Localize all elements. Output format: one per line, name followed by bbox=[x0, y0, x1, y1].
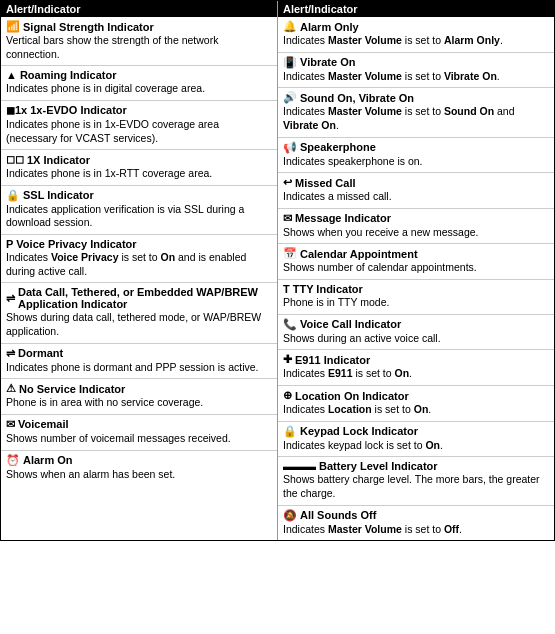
indicator-icon: 📳 bbox=[283, 56, 297, 69]
indicator-icon: 🔕 bbox=[283, 509, 297, 522]
indicator-desc: Shows number of voicemail messages recei… bbox=[6, 432, 272, 446]
indicator-title-text: Location On Indicator bbox=[295, 390, 409, 402]
indicator-title: ✚E911 Indicator bbox=[283, 353, 549, 366]
indicator-desc: Indicates application verification is vi… bbox=[6, 203, 272, 230]
list-item: PVoice Privacy IndicatorIndicates Voice … bbox=[1, 235, 277, 283]
indicator-desc: Indicates keypad lock is set to On. bbox=[283, 439, 549, 453]
indicator-title-text: Calendar Appointment bbox=[300, 248, 418, 260]
indicator-title: ✉Voicemail bbox=[6, 418, 272, 431]
indicator-title: 🔒Keypad Lock Indicator bbox=[283, 425, 549, 438]
indicator-title: ▲Roaming Indicator bbox=[6, 69, 272, 81]
indicator-icon: P bbox=[6, 238, 13, 250]
indicator-title: 📢Speakerphone bbox=[283, 141, 549, 154]
column-header-0: Alert/Indicator bbox=[1, 1, 277, 17]
indicator-icon: 🔒 bbox=[6, 189, 20, 202]
indicator-title-text: Speakerphone bbox=[300, 141, 376, 153]
indicator-icon: ⇌ bbox=[6, 292, 15, 305]
indicator-title: ◼1x1x-EVDO Indicator bbox=[6, 104, 272, 117]
list-item: TTTY IndicatorPhone is in TTY mode. bbox=[278, 280, 554, 315]
indicator-title-text: All Sounds Off bbox=[300, 509, 376, 521]
list-item: ⏰Alarm OnShows when an alarm has been se… bbox=[1, 451, 277, 486]
indicator-title-text: Data Call, Tethered, or Embedded WAP/BRE… bbox=[18, 286, 272, 310]
list-item: ⇌Data Call, Tethered, or Embedded WAP/BR… bbox=[1, 283, 277, 343]
list-item: ▲Roaming IndicatorIndicates phone is in … bbox=[1, 66, 277, 101]
main-container: Alert/Indicator📶Signal Strength Indicato… bbox=[0, 0, 555, 541]
indicator-title: 📞Voice Call Indicator bbox=[283, 318, 549, 331]
indicator-title-text: Vibrate On bbox=[300, 56, 355, 68]
indicator-title: ⚠No Service Indicator bbox=[6, 382, 272, 395]
indicator-desc: Indicates Master Volume is set to Alarm … bbox=[283, 34, 549, 48]
indicator-icon: 📅 bbox=[283, 247, 297, 260]
list-item: ⚠No Service IndicatorPhone is in area wi… bbox=[1, 379, 277, 415]
list-item: ◻◻1X IndicatorIndicates phone is in 1x-R… bbox=[1, 150, 277, 186]
column-header-1: Alert/Indicator bbox=[278, 1, 554, 17]
indicator-icon: ⊕ bbox=[283, 389, 292, 402]
indicator-desc: Indicates phone is dormant and PPP sessi… bbox=[6, 361, 272, 375]
indicator-title: ◻◻1X Indicator bbox=[6, 153, 272, 166]
indicator-desc: Indicates speakerphone is on. bbox=[283, 155, 549, 169]
indicator-title: ⇌Dormant bbox=[6, 347, 272, 360]
indicator-icon: 📶 bbox=[6, 20, 20, 33]
indicator-title: 📳Vibrate On bbox=[283, 56, 549, 69]
list-item: ↩Missed CallIndicates a missed call. bbox=[278, 173, 554, 209]
list-item: ▬▬▬Battery Level IndicatorShows battery … bbox=[278, 457, 554, 505]
indicator-desc: Phone is in TTY mode. bbox=[283, 296, 549, 310]
indicator-title: 🔕All Sounds Off bbox=[283, 509, 549, 522]
indicator-title-text: Voice Privacy Indicator bbox=[16, 238, 136, 250]
indicator-title: ⏰Alarm On bbox=[6, 454, 272, 467]
indicator-desc: Indicates a missed call. bbox=[283, 190, 549, 204]
indicator-title-text: No Service Indicator bbox=[19, 383, 125, 395]
list-item: ◼1x1x-EVDO IndicatorIndicates phone is i… bbox=[1, 101, 277, 150]
list-item: 📳Vibrate OnIndicates Master Volume is se… bbox=[278, 53, 554, 89]
indicator-desc: Shows during data call, tethered mode, o… bbox=[6, 311, 272, 338]
indicator-title-text: 1X Indicator bbox=[27, 154, 90, 166]
list-item: 📅Calendar AppointmentShows number of cal… bbox=[278, 244, 554, 280]
indicator-icon: ✚ bbox=[283, 353, 292, 366]
indicator-desc: Shows when you receive a new message. bbox=[283, 226, 549, 240]
indicator-title-text: Voice Call Indicator bbox=[300, 318, 401, 330]
indicator-title: ⊕Location On Indicator bbox=[283, 389, 549, 402]
list-item: 🔊Sound On, Vibrate OnIndicates Master Vo… bbox=[278, 88, 554, 137]
indicator-icon: ⏰ bbox=[6, 454, 20, 467]
list-item: ⇌DormantIndicates phone is dormant and P… bbox=[1, 344, 277, 380]
indicator-title: 📅Calendar Appointment bbox=[283, 247, 549, 260]
indicator-desc: Shows battery charge level. The more bar… bbox=[283, 473, 549, 500]
column-1: Alert/Indicator🔔Alarm OnlyIndicates Mast… bbox=[278, 1, 554, 540]
indicator-desc: Shows during an active voice call. bbox=[283, 332, 549, 346]
indicator-title: 🔊Sound On, Vibrate On bbox=[283, 91, 549, 104]
indicator-icon: ◻◻ bbox=[6, 153, 24, 166]
indicator-title: TTTY Indicator bbox=[283, 283, 549, 295]
indicator-desc: Indicates E911 is set to On. bbox=[283, 367, 549, 381]
indicator-title: 🔒SSL Indicator bbox=[6, 189, 272, 202]
indicator-title-text: Signal Strength Indicator bbox=[23, 21, 154, 33]
indicator-title-text: Battery Level Indicator bbox=[319, 460, 438, 472]
list-item: 📞Voice Call IndicatorShows during an act… bbox=[278, 315, 554, 351]
indicator-icon: 🔔 bbox=[283, 20, 297, 33]
list-item: ⊕Location On IndicatorIndicates Location… bbox=[278, 386, 554, 422]
indicator-title: ▬▬▬Battery Level Indicator bbox=[283, 460, 549, 472]
indicator-desc: Indicates Master Volume is set to Vibrat… bbox=[283, 70, 549, 84]
indicator-title-text: Alarm On bbox=[23, 454, 73, 466]
column-0: Alert/Indicator📶Signal Strength Indicato… bbox=[1, 1, 278, 540]
indicator-title-text: 1x-EVDO Indicator bbox=[30, 104, 127, 116]
indicator-title-text: Keypad Lock Indicator bbox=[300, 425, 418, 437]
indicator-title-text: Roaming Indicator bbox=[20, 69, 117, 81]
indicator-title: ↩Missed Call bbox=[283, 176, 549, 189]
list-item: 🔕All Sounds OffIndicates Master Volume i… bbox=[278, 506, 554, 541]
indicator-desc: Indicates Location is set to On. bbox=[283, 403, 549, 417]
indicator-title: 📶Signal Strength Indicator bbox=[6, 20, 272, 33]
indicator-title-text: E911 Indicator bbox=[295, 354, 370, 366]
indicator-icon: 📞 bbox=[283, 318, 297, 331]
indicator-icon: ↩ bbox=[283, 176, 292, 189]
indicator-icon: ⚠ bbox=[6, 382, 16, 395]
list-item: 📢SpeakerphoneIndicates speakerphone is o… bbox=[278, 138, 554, 174]
indicator-desc: Indicates Master Volume is set to Off. bbox=[283, 523, 549, 537]
indicator-icon: T bbox=[283, 283, 290, 295]
indicator-title-text: Message Indicator bbox=[295, 212, 391, 224]
indicator-title-text: Missed Call bbox=[295, 177, 356, 189]
indicator-title-text: Dormant bbox=[18, 347, 63, 359]
indicator-title-text: SSL Indicator bbox=[23, 189, 94, 201]
indicator-desc: Indicates Master Volume is set to Sound … bbox=[283, 105, 549, 132]
indicator-desc: Vertical bars show the strength of the n… bbox=[6, 34, 272, 61]
list-item: ✉VoicemailShows number of voicemail mess… bbox=[1, 415, 277, 451]
